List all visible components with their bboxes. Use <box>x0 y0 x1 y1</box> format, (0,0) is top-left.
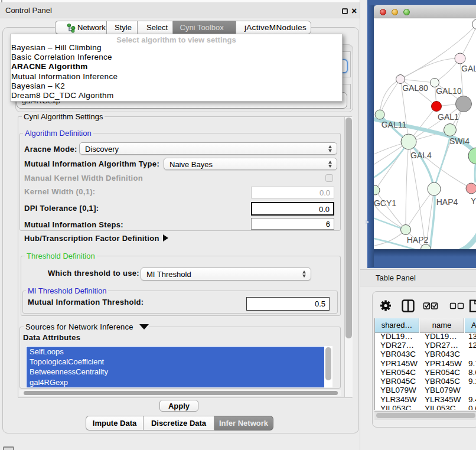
svg-text:YM: YM <box>471 196 476 206</box>
svg-text:HAP4: HAP4 <box>436 197 458 207</box>
svg-text:GAL1: GAL1 <box>438 112 459 122</box>
svg-text:GAL10: GAL10 <box>436 86 462 96</box>
svg-text:GAL80: GAL80 <box>402 83 428 93</box>
svg-text:SWI4: SWI4 <box>449 136 470 146</box>
svg-text:GAL7: GAL7 <box>461 64 476 73</box>
svg-text:HAP2: HAP2 <box>407 235 429 244</box>
svg-text:GCY1: GCY1 <box>374 198 396 208</box>
svg-text:GAL11: GAL11 <box>382 120 407 129</box>
svg-text:GAL4: GAL4 <box>410 151 432 160</box>
